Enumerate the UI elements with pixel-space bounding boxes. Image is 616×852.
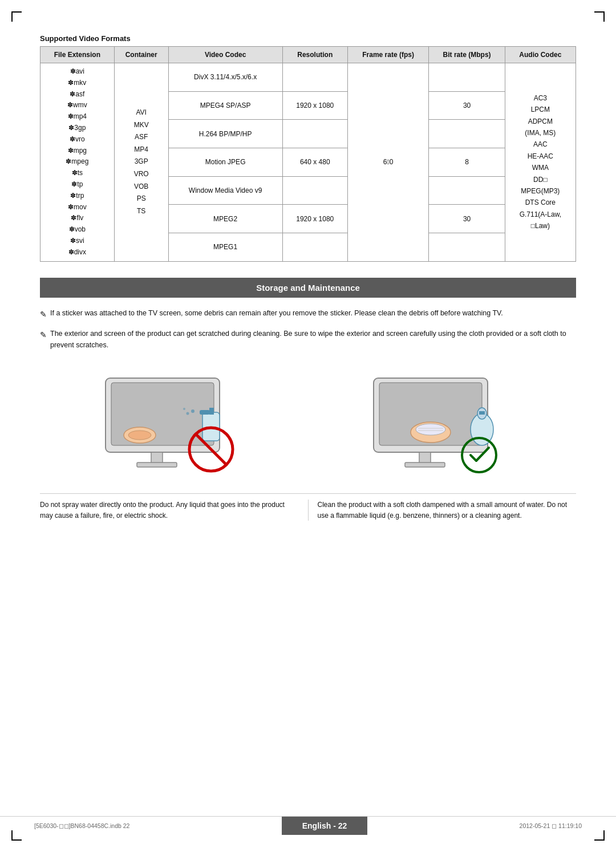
illustrations-row bbox=[40, 367, 576, 481]
svg-rect-24 bbox=[479, 411, 485, 415]
note-text-2: The exterior and screen of the product c… bbox=[50, 328, 576, 351]
note-icon-2: ✎ bbox=[40, 329, 47, 342]
note-text-1: If a sticker was attached to the TV scre… bbox=[50, 308, 503, 319]
codec-h264: H.264 BP/MP/HP bbox=[168, 120, 282, 148]
svg-rect-2 bbox=[151, 452, 163, 464]
bottom-captions: Do not spray water directly onto the pro… bbox=[40, 493, 576, 521]
codec-divx: DivX 3.11/4.x/5.x/6.x bbox=[168, 63, 282, 92]
svg-rect-3 bbox=[137, 462, 177, 467]
codec-mpeg2: MPEG2 bbox=[168, 205, 282, 233]
col-header-container: Container bbox=[114, 47, 168, 63]
codec-mpeg1: MPEG1 bbox=[168, 233, 282, 261]
file-extensions-cell: ✽avi✽mkv✽asf✽wmv✽mp4✽3gp✽vro✽mpg✽mpeg✽ts… bbox=[40, 63, 115, 262]
resolution-wmv9 bbox=[282, 176, 347, 205]
page-footer: [5E6030-◻◻]BN68-04458C.indb 22 English -… bbox=[0, 816, 616, 835]
caption-right: Clean the product with a soft cloth damp… bbox=[308, 500, 577, 521]
bitrate-divx bbox=[429, 63, 505, 92]
svg-point-9 bbox=[191, 409, 194, 413]
col-header-framerate: Frame rate (fps) bbox=[347, 47, 429, 63]
svg-point-19 bbox=[416, 424, 445, 435]
bitrate-mpeg4: 30 bbox=[429, 91, 505, 120]
note-item-1: ✎ If a sticker was attached to the TV sc… bbox=[40, 308, 576, 321]
col-header-video-codec: Video Codec bbox=[168, 47, 282, 63]
page: Supported Video Formats File Extension C… bbox=[0, 0, 616, 852]
caption-left: Do not spray water directly onto the pro… bbox=[40, 500, 308, 521]
audio-codecs-cell: AC3LPCMADPCM(IMA, MS)AACHE-AACWMADD□MPEG… bbox=[505, 63, 576, 262]
bitrate-mjpeg: 8 bbox=[429, 148, 505, 176]
col-header-file-ext: File Extension bbox=[40, 47, 115, 63]
resolution-mpeg4: 1920 x 1080 bbox=[282, 91, 347, 120]
bitrate-mpeg1 bbox=[429, 233, 505, 261]
svg-point-10 bbox=[187, 412, 189, 415]
resolution-mjpeg: 640 x 480 bbox=[282, 148, 347, 176]
table-section-title: Supported Video Formats bbox=[40, 34, 576, 43]
svg-point-11 bbox=[183, 408, 185, 410]
video-formats-table: File Extension Container Video Codec Res… bbox=[40, 46, 576, 262]
corner-mark-tr bbox=[594, 11, 605, 22]
footer-left-text: [5E6030-◻◻]BN68-04458C.indb 22 bbox=[34, 822, 129, 829]
col-header-audio-codec: Audio Codec bbox=[505, 47, 576, 63]
bitrate-mpeg2: 30 bbox=[429, 205, 505, 233]
resolution-h264 bbox=[282, 120, 347, 148]
codec-mpeg4: MPEG4 SP/ASP bbox=[168, 91, 282, 120]
col-header-bitrate: Bit rate (Mbps) bbox=[429, 47, 505, 63]
resolution-mpeg1 bbox=[282, 233, 347, 261]
container-cell: AVIMKVASFMP43GPVROVOBPSTS bbox=[114, 63, 168, 262]
note-item-2: ✎ The exterior and screen of the product… bbox=[40, 328, 576, 351]
svg-rect-16 bbox=[419, 452, 431, 464]
footer-right-text: 2012-05-21 ◻ 11:19:10 bbox=[520, 822, 582, 829]
codec-wmv9: Window Media Video v9 bbox=[168, 176, 282, 205]
svg-point-5 bbox=[128, 431, 151, 440]
bitrate-h264 bbox=[429, 120, 505, 148]
resolution-divx bbox=[282, 63, 347, 92]
storage-header: Storage and Maintenance bbox=[40, 278, 576, 298]
col-header-resolution: Resolution bbox=[282, 47, 347, 63]
svg-rect-7 bbox=[209, 408, 214, 415]
illustration-no-spray bbox=[88, 367, 260, 481]
codec-mjpeg: Motion JPEG bbox=[168, 148, 282, 176]
resolution-mpeg2: 1920 x 1080 bbox=[282, 205, 347, 233]
corner-mark-tl bbox=[11, 11, 22, 22]
svg-rect-17 bbox=[405, 462, 445, 467]
svg-rect-8 bbox=[200, 410, 210, 415]
bitrate-wmv9 bbox=[429, 176, 505, 205]
framerate-main: 6⃞0 bbox=[347, 63, 429, 262]
illustration-correct-cloth bbox=[356, 367, 528, 481]
note-icon-1: ✎ bbox=[40, 309, 47, 321]
footer-page-number: English - 22 bbox=[282, 817, 368, 835]
